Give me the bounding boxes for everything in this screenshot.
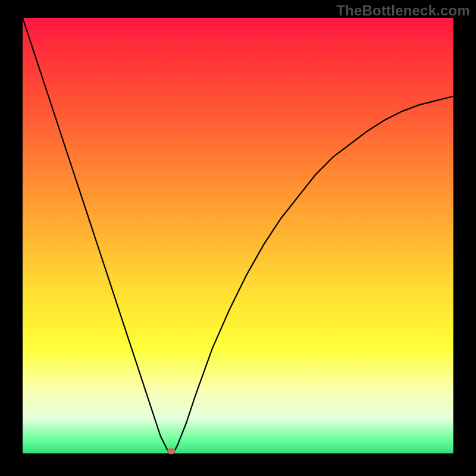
watermark-text: TheBottleneck.com: [336, 2, 470, 19]
chart-frame: TheBottleneck.com: [0, 0, 476, 476]
chart-svg: [23, 18, 453, 453]
bottleneck-curve: [23, 18, 453, 453]
optimum-marker: [167, 448, 176, 454]
plot-area: [23, 18, 453, 453]
